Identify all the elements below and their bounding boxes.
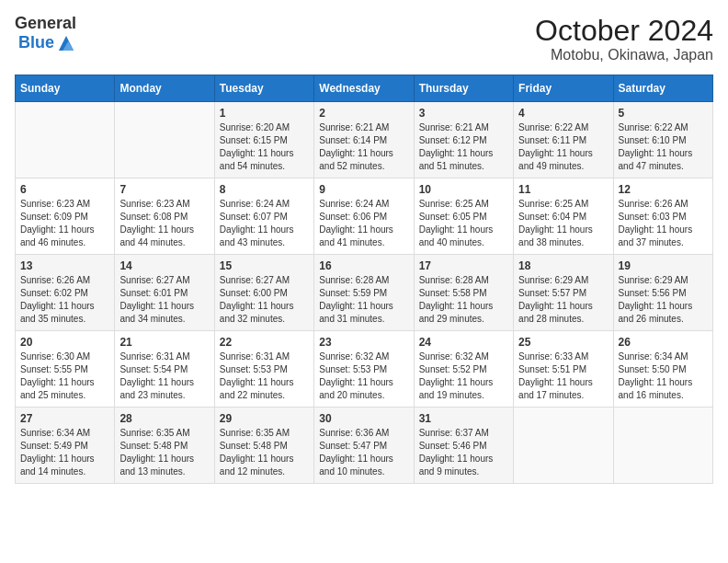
calendar-title: October 2024 bbox=[535, 15, 713, 47]
column-header-sunday: Sunday bbox=[16, 75, 115, 102]
calendar-cell: 15Sunrise: 6:27 AM Sunset: 6:00 PM Dayli… bbox=[214, 255, 313, 331]
day-info: Sunrise: 6:24 AM Sunset: 6:06 PM Dayligh… bbox=[319, 198, 408, 249]
day-info: Sunrise: 6:25 AM Sunset: 6:05 PM Dayligh… bbox=[419, 198, 508, 249]
day-number: 13 bbox=[20, 259, 109, 272]
day-info: Sunrise: 6:25 AM Sunset: 6:04 PM Dayligh… bbox=[518, 198, 608, 249]
day-info: Sunrise: 6:27 AM Sunset: 6:00 PM Dayligh… bbox=[220, 274, 309, 326]
day-number: 11 bbox=[518, 183, 608, 196]
day-number: 21 bbox=[119, 336, 209, 349]
day-number: 28 bbox=[119, 412, 209, 425]
calendar-subtitle: Motobu, Okinawa, Japan bbox=[535, 47, 713, 63]
calendar-cell: 22Sunrise: 6:31 AM Sunset: 5:53 PM Dayli… bbox=[214, 331, 313, 408]
day-number: 26 bbox=[619, 336, 708, 349]
week-row-4: 20Sunrise: 6:30 AM Sunset: 5:55 PM Dayli… bbox=[16, 331, 713, 408]
calendar-cell: 7Sunrise: 6:23 AM Sunset: 6:08 PM Daylig… bbox=[115, 178, 214, 255]
calendar-cell: 5Sunrise: 6:22 AM Sunset: 6:10 PM Daylig… bbox=[613, 102, 712, 178]
day-info: Sunrise: 6:35 AM Sunset: 5:48 PM Dayligh… bbox=[220, 427, 309, 478]
calendar-cell: 26Sunrise: 6:34 AM Sunset: 5:50 PM Dayli… bbox=[613, 331, 712, 408]
calendar-cell: 12Sunrise: 6:26 AM Sunset: 6:03 PM Dayli… bbox=[613, 178, 712, 255]
calendar-cell: 2Sunrise: 6:21 AM Sunset: 6:14 PM Daylig… bbox=[314, 102, 414, 178]
day-number: 8 bbox=[220, 183, 309, 196]
day-number: 30 bbox=[319, 412, 408, 425]
day-number: 19 bbox=[619, 259, 708, 272]
day-number: 12 bbox=[619, 183, 708, 196]
day-number: 14 bbox=[119, 259, 209, 272]
week-row-2: 6Sunrise: 6:23 AM Sunset: 6:09 PM Daylig… bbox=[16, 178, 713, 255]
calendar-cell bbox=[514, 408, 613, 484]
day-info: Sunrise: 6:29 AM Sunset: 5:56 PM Dayligh… bbox=[619, 274, 708, 326]
day-info: Sunrise: 6:23 AM Sunset: 6:08 PM Dayligh… bbox=[119, 198, 209, 249]
day-info: Sunrise: 6:22 AM Sunset: 6:10 PM Dayligh… bbox=[619, 121, 708, 173]
week-row-1: 1Sunrise: 6:20 AM Sunset: 6:15 PM Daylig… bbox=[16, 102, 713, 178]
day-number: 5 bbox=[619, 107, 708, 120]
column-header-saturday: Saturday bbox=[613, 75, 712, 102]
day-info: Sunrise: 6:32 AM Sunset: 5:53 PM Dayligh… bbox=[319, 350, 408, 402]
calendar-cell bbox=[613, 408, 712, 484]
day-number: 27 bbox=[20, 412, 109, 425]
day-headers-row: SundayMondayTuesdayWednesdayThursdayFrid… bbox=[16, 75, 713, 102]
day-number: 6 bbox=[20, 183, 109, 196]
day-info: Sunrise: 6:21 AM Sunset: 6:12 PM Dayligh… bbox=[419, 121, 508, 173]
day-number: 23 bbox=[319, 336, 408, 349]
day-info: Sunrise: 6:28 AM Sunset: 5:59 PM Dayligh… bbox=[319, 274, 408, 326]
week-row-5: 27Sunrise: 6:34 AM Sunset: 5:49 PM Dayli… bbox=[16, 408, 713, 484]
calendar-cell: 27Sunrise: 6:34 AM Sunset: 5:49 PM Dayli… bbox=[16, 408, 115, 484]
calendar-cell: 25Sunrise: 6:33 AM Sunset: 5:51 PM Dayli… bbox=[514, 331, 613, 408]
calendar-cell: 19Sunrise: 6:29 AM Sunset: 5:56 PM Dayli… bbox=[613, 255, 712, 331]
day-info: Sunrise: 6:32 AM Sunset: 5:52 PM Dayligh… bbox=[419, 350, 508, 402]
calendar-cell: 30Sunrise: 6:36 AM Sunset: 5:47 PM Dayli… bbox=[314, 408, 414, 484]
calendar-cell: 28Sunrise: 6:35 AM Sunset: 5:48 PM Dayli… bbox=[115, 408, 214, 484]
day-number: 16 bbox=[319, 259, 408, 272]
calendar-cell bbox=[115, 102, 214, 178]
day-number: 17 bbox=[419, 259, 508, 272]
day-info: Sunrise: 6:23 AM Sunset: 6:09 PM Dayligh… bbox=[20, 198, 109, 249]
day-number: 2 bbox=[319, 107, 408, 120]
day-info: Sunrise: 6:29 AM Sunset: 5:57 PM Dayligh… bbox=[518, 274, 608, 326]
day-number: 20 bbox=[20, 336, 109, 349]
column-header-friday: Friday bbox=[514, 75, 613, 102]
day-number: 29 bbox=[220, 412, 309, 425]
logo-general-text: General bbox=[15, 15, 76, 33]
calendar-cell: 11Sunrise: 6:25 AM Sunset: 6:04 PM Dayli… bbox=[514, 178, 613, 255]
day-info: Sunrise: 6:31 AM Sunset: 5:53 PM Dayligh… bbox=[220, 350, 309, 402]
day-info: Sunrise: 6:35 AM Sunset: 5:48 PM Dayligh… bbox=[119, 427, 209, 478]
day-info: Sunrise: 6:31 AM Sunset: 5:54 PM Dayligh… bbox=[119, 350, 209, 402]
column-header-tuesday: Tuesday bbox=[214, 75, 313, 102]
column-header-wednesday: Wednesday bbox=[314, 75, 414, 102]
day-number: 18 bbox=[518, 259, 608, 272]
calendar-cell: 20Sunrise: 6:30 AM Sunset: 5:55 PM Dayli… bbox=[16, 331, 115, 408]
day-info: Sunrise: 6:36 AM Sunset: 5:47 PM Dayligh… bbox=[319, 427, 408, 478]
day-number: 22 bbox=[220, 336, 309, 349]
calendar-table: SundayMondayTuesdayWednesdayThursdayFrid… bbox=[15, 75, 713, 484]
calendar-cell bbox=[16, 102, 115, 178]
calendar-cell: 8Sunrise: 6:24 AM Sunset: 6:07 PM Daylig… bbox=[214, 178, 313, 255]
header: General Blue October 2024 Motobu, Okinaw… bbox=[15, 15, 713, 63]
logo: General Blue bbox=[15, 15, 76, 53]
day-number: 31 bbox=[419, 412, 508, 425]
week-row-3: 13Sunrise: 6:26 AM Sunset: 6:02 PM Dayli… bbox=[16, 255, 713, 331]
day-number: 1 bbox=[220, 107, 309, 120]
calendar-cell: 18Sunrise: 6:29 AM Sunset: 5:57 PM Dayli… bbox=[514, 255, 613, 331]
day-number: 25 bbox=[518, 336, 608, 349]
day-info: Sunrise: 6:26 AM Sunset: 6:02 PM Dayligh… bbox=[20, 274, 109, 326]
calendar-cell: 10Sunrise: 6:25 AM Sunset: 6:05 PM Dayli… bbox=[414, 178, 513, 255]
calendar-cell: 4Sunrise: 6:22 AM Sunset: 6:11 PM Daylig… bbox=[514, 102, 613, 178]
day-info: Sunrise: 6:27 AM Sunset: 6:01 PM Dayligh… bbox=[119, 274, 209, 326]
day-number: 24 bbox=[419, 336, 508, 349]
day-number: 9 bbox=[319, 183, 408, 196]
day-number: 10 bbox=[419, 183, 508, 196]
day-number: 7 bbox=[119, 183, 209, 196]
calendar-cell: 9Sunrise: 6:24 AM Sunset: 6:06 PM Daylig… bbox=[314, 178, 414, 255]
calendar-cell: 14Sunrise: 6:27 AM Sunset: 6:01 PM Dayli… bbox=[115, 255, 214, 331]
day-info: Sunrise: 6:21 AM Sunset: 6:14 PM Dayligh… bbox=[319, 121, 408, 173]
day-info: Sunrise: 6:33 AM Sunset: 5:51 PM Dayligh… bbox=[518, 350, 608, 402]
day-info: Sunrise: 6:30 AM Sunset: 5:55 PM Dayligh… bbox=[20, 350, 109, 402]
calendar-cell: 23Sunrise: 6:32 AM Sunset: 5:53 PM Dayli… bbox=[314, 331, 414, 408]
day-info: Sunrise: 6:34 AM Sunset: 5:49 PM Dayligh… bbox=[20, 427, 109, 478]
day-info: Sunrise: 6:22 AM Sunset: 6:11 PM Dayligh… bbox=[518, 121, 608, 173]
calendar-cell: 13Sunrise: 6:26 AM Sunset: 6:02 PM Dayli… bbox=[16, 255, 115, 331]
calendar-cell: 16Sunrise: 6:28 AM Sunset: 5:59 PM Dayli… bbox=[314, 255, 414, 331]
calendar-cell: 24Sunrise: 6:32 AM Sunset: 5:52 PM Dayli… bbox=[414, 331, 513, 408]
day-info: Sunrise: 6:37 AM Sunset: 5:46 PM Dayligh… bbox=[419, 427, 508, 478]
day-number: 3 bbox=[419, 107, 508, 120]
